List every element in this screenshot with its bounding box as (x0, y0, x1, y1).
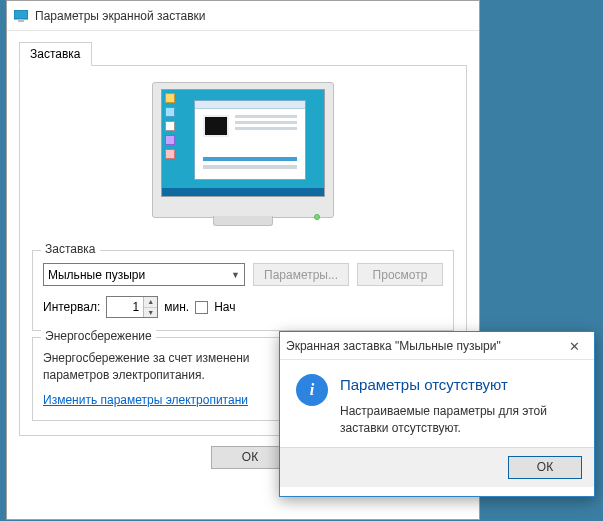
power-text-1: Энергосбережение за счет изменени (43, 351, 250, 365)
screensaver-legend: Заставка (41, 242, 100, 256)
power-text-2: параметров электропитания. (43, 368, 205, 382)
interval-stepper[interactable]: ▲ ▼ (106, 296, 158, 318)
titlebar[interactable]: Параметры экранной заставки (7, 1, 479, 31)
preview-button[interactable]: Просмотр (357, 263, 443, 286)
ok-button[interactable]: ОК (211, 446, 289, 469)
messagebox-heading: Параметры отсутствуют (340, 376, 578, 393)
interval-input[interactable] (107, 297, 143, 317)
power-settings-link[interactable]: Изменить параметры электропитани (43, 393, 248, 407)
tab-screensaver[interactable]: Заставка (19, 42, 92, 66)
messagebox-text: Настраиваемые параметры для этой заставк… (340, 403, 578, 437)
power-legend: Энергосбережение (41, 329, 156, 343)
messagebox-footer: ОК (280, 447, 594, 487)
chevron-down-icon: ▼ (231, 270, 240, 280)
messagebox-titlebar[interactable]: Экранная заставка "Мыльные пузыри" ✕ (280, 332, 594, 360)
spin-up-button[interactable]: ▲ (144, 297, 157, 308)
settings-button[interactable]: Параметры... (253, 263, 349, 286)
dropdown-selected: Мыльные пузыри (48, 268, 145, 282)
svg-rect-1 (18, 19, 24, 22)
messagebox-title: Экранная заставка "Мыльные пузыри" (286, 339, 501, 353)
interval-label: Интервал: (43, 300, 100, 314)
screensaver-groupbox: Заставка Мыльные пузыри ▼ Параметры... П… (32, 250, 454, 331)
tab-label: Заставка (30, 47, 81, 61)
messagebox: Экранная заставка "Мыльные пузыри" ✕ i П… (279, 331, 595, 497)
monitor-preview (152, 82, 334, 226)
svg-rect-0 (14, 10, 28, 19)
preview-desktop-window (194, 100, 306, 180)
monitor-icon (13, 8, 29, 24)
resume-checkbox-label: Нач (214, 300, 235, 314)
window-title: Параметры экранной заставки (35, 9, 206, 23)
interval-unit: мин. (164, 300, 189, 314)
close-icon: ✕ (569, 339, 580, 354)
spin-down-button[interactable]: ▼ (144, 308, 157, 318)
close-button[interactable]: ✕ (554, 332, 594, 360)
info-icon: i (296, 374, 328, 406)
preview-area (32, 76, 454, 244)
resume-checkbox[interactable] (195, 301, 208, 314)
tabstrip: Заставка (19, 41, 467, 66)
messagebox-ok-button[interactable]: ОК (508, 456, 582, 479)
screensaver-dropdown[interactable]: Мыльные пузыри ▼ (43, 263, 245, 286)
